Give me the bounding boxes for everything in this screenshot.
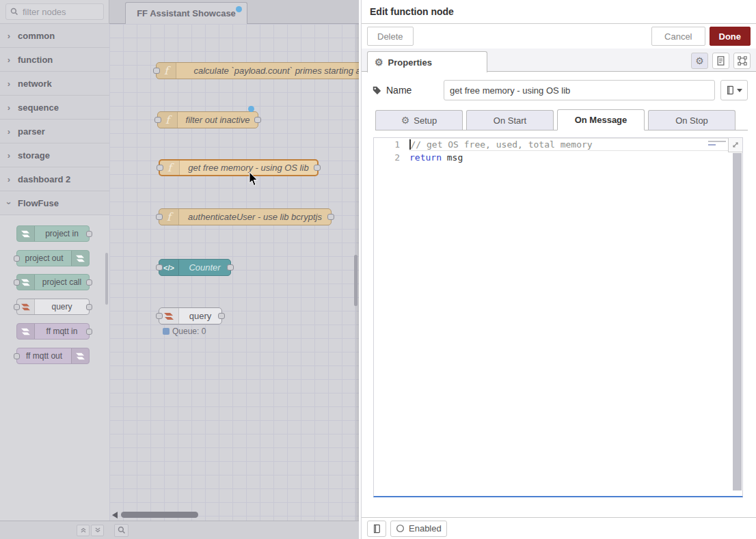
expand-all-button[interactable] bbox=[91, 525, 104, 536]
input-port[interactable] bbox=[156, 264, 163, 271]
palette-category-function[interactable]: ›function bbox=[0, 48, 109, 72]
output-port[interactable] bbox=[86, 279, 92, 286]
code-line[interactable]: 1 // get OS free, used, total memory bbox=[374, 138, 742, 151]
palette-category-common[interactable]: ›common bbox=[0, 24, 109, 48]
palette-category-sequence[interactable]: ›sequence bbox=[0, 96, 109, 120]
caret-down-icon bbox=[737, 89, 742, 92]
input-port[interactable] bbox=[14, 353, 20, 359]
tab-on-start[interactable]: On Start bbox=[466, 110, 554, 130]
output-port[interactable] bbox=[327, 214, 334, 220]
palette-node-project-call[interactable]: project call bbox=[16, 274, 90, 290]
palette-node-project-out[interactable]: project out bbox=[16, 250, 90, 266]
category-label: storage bbox=[18, 150, 50, 161]
search-flows-button[interactable] bbox=[114, 524, 129, 537]
code-keyword: return bbox=[409, 152, 442, 163]
palette-category-storage[interactable]: ›storage bbox=[0, 143, 109, 167]
gear-icon: ⚙ bbox=[695, 56, 704, 66]
input-port[interactable] bbox=[14, 279, 20, 286]
palette-node-label: project in bbox=[35, 226, 89, 241]
node-filter-out-inactive[interactable]: f filter out inactive bbox=[157, 111, 258, 128]
workspace: FF Assistant Showcase f calculate `paylo… bbox=[109, 0, 361, 539]
enabled-circle-icon bbox=[396, 524, 405, 533]
book-icon bbox=[373, 524, 381, 534]
document-icon bbox=[716, 56, 725, 66]
flow-canvas[interactable]: f calculate `payload.count` primes start… bbox=[109, 24, 359, 521]
book-icon bbox=[726, 85, 734, 95]
edit-properties-button[interactable]: ⚙ bbox=[691, 53, 708, 69]
code-editor[interactable]: 1 // get OS free, used, total memory 2 r… bbox=[373, 137, 743, 497]
input-port[interactable] bbox=[156, 313, 163, 319]
status-dot bbox=[163, 328, 170, 335]
done-button[interactable]: Done bbox=[710, 27, 751, 46]
editor-minimap[interactable] bbox=[708, 141, 729, 146]
tab-on-stop[interactable]: On Stop bbox=[648, 110, 735, 130]
filter-nodes-input[interactable] bbox=[23, 7, 98, 17]
input-port[interactable] bbox=[153, 68, 160, 74]
enabled-toggle-button[interactable]: Enabled bbox=[390, 521, 447, 537]
node-query[interactable]: query bbox=[159, 307, 222, 324]
node-name-input[interactable] bbox=[444, 80, 715, 100]
scrollbar-thumb[interactable] bbox=[121, 512, 198, 518]
palette-sidebar: ›common ›function ›network ›sequence ›pa… bbox=[0, 0, 109, 539]
palette-category-dashboard2[interactable]: ›dashboard 2 bbox=[0, 167, 109, 191]
palette-category-flowfuse[interactable]: ›FlowFuse bbox=[0, 191, 109, 215]
palette-node-project-in[interactable]: project in bbox=[16, 225, 90, 242]
code-text: msg bbox=[442, 152, 463, 163]
name-label: Name bbox=[373, 85, 438, 96]
flowfuse-icon bbox=[17, 324, 35, 339]
node-red-app: ›common ›function ›network ›sequence ›pa… bbox=[0, 0, 756, 539]
palette-category-parser[interactable]: ›parser bbox=[0, 120, 109, 143]
node-label: get free memory - using OS lib bbox=[180, 161, 317, 175]
edit-appearance-button[interactable] bbox=[733, 53, 751, 69]
node-authenticate-user[interactable]: f authenticateUser - use lib bcryptjs bbox=[159, 208, 332, 225]
tray-toolbar: Delete Cancel Done bbox=[362, 24, 756, 49]
flow-tab-ff-assistant-showcase[interactable]: FF Assistant Showcase bbox=[125, 2, 247, 24]
node-label: Counter bbox=[179, 260, 230, 275]
palette-scrollbar[interactable] bbox=[105, 253, 108, 305]
output-port[interactable] bbox=[314, 165, 321, 171]
chevron-right-icon: › bbox=[0, 79, 18, 89]
palette-category-network[interactable]: ›network bbox=[0, 72, 109, 96]
input-port[interactable] bbox=[14, 304, 20, 310]
code-line[interactable]: 2 return msg bbox=[374, 151, 742, 164]
output-port[interactable] bbox=[86, 329, 92, 335]
output-port[interactable] bbox=[86, 231, 92, 237]
input-port[interactable] bbox=[156, 214, 163, 220]
node-calculate-primes[interactable]: f calculate `payload.count` primes start… bbox=[156, 62, 359, 79]
collapse-all-button[interactable] bbox=[77, 525, 90, 536]
palette-node-label: project out bbox=[17, 251, 71, 266]
appearance-icon bbox=[738, 56, 747, 66]
canvas-horizontal-scrollbar[interactable] bbox=[109, 511, 359, 519]
canvas-vertical-scrollbar[interactable] bbox=[354, 255, 357, 306]
output-port[interactable] bbox=[254, 117, 261, 123]
chevron-right-icon: › bbox=[0, 174, 18, 184]
line-number: 1 bbox=[374, 138, 409, 151]
output-port[interactable] bbox=[86, 304, 92, 310]
palette-node-label: ff mqtt out bbox=[17, 348, 71, 363]
delete-button[interactable]: Delete bbox=[367, 27, 414, 46]
palette-search bbox=[0, 0, 109, 24]
palette-node-label: query bbox=[35, 299, 89, 314]
output-port[interactable] bbox=[227, 264, 234, 271]
node-label: query bbox=[179, 308, 221, 324]
edit-description-button[interactable] bbox=[712, 53, 729, 69]
scroll-left-arrow-icon bbox=[112, 512, 118, 519]
tab-on-message[interactable]: On Message bbox=[557, 109, 645, 130]
input-port[interactable] bbox=[14, 255, 20, 262]
editor-scrollbar[interactable] bbox=[733, 153, 742, 490]
input-port[interactable] bbox=[154, 117, 161, 123]
input-port[interactable] bbox=[157, 165, 163, 171]
output-port[interactable] bbox=[218, 313, 225, 319]
tab-setup[interactable]: ⚙Setup bbox=[375, 110, 463, 130]
palette-node-ff-mqtt-in[interactable]: ff mqtt in bbox=[16, 323, 90, 340]
library-export-button[interactable] bbox=[367, 521, 386, 537]
cancel-button[interactable]: Cancel bbox=[651, 27, 705, 46]
library-button[interactable] bbox=[720, 80, 748, 100]
palette-node-query[interactable]: query bbox=[16, 299, 90, 315]
tray-tabrow: ⚙ Properties ⚙ bbox=[362, 49, 756, 72]
node-get-free-memory[interactable]: f get free memory - using OS lib bbox=[159, 159, 319, 176]
palette-node-ff-mqtt-out[interactable]: ff mqtt out bbox=[16, 348, 90, 364]
node-counter[interactable]: </> Counter bbox=[159, 259, 231, 276]
expand-editor-button[interactable] bbox=[728, 137, 743, 152]
tab-properties[interactable]: ⚙ Properties bbox=[367, 51, 487, 72]
